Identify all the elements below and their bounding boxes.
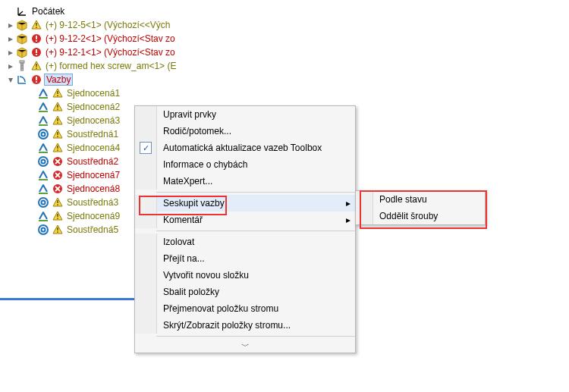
part-icon	[15, 18, 29, 32]
menu-gutter	[135, 234, 157, 250]
menu-item[interactable]: Seskupit vazby▸	[135, 195, 355, 212]
mate-label: Sjednocená2	[64, 102, 120, 112]
checkbox-checked-icon: ✓	[140, 142, 152, 154]
svg-rect-1	[36, 27, 37, 28]
menu-item[interactable]: Sbalit položky	[135, 284, 355, 300]
menu-gutter	[356, 208, 373, 224]
tree-item[interactable]: ▸ (+) 9-12-5<1> (Výchozí<<Vých	[6, 18, 569, 32]
warning-icon	[52, 128, 64, 140]
expand-icon[interactable]: ▸	[6, 61, 15, 71]
svg-point-19	[42, 133, 46, 136]
menu-separator	[156, 192, 355, 193]
concentric-icon	[36, 223, 50, 237]
error-icon	[30, 74, 42, 86]
tree-item[interactable]: ▸ (+) formed hex screw_am<1> (E	[6, 59, 569, 73]
coincident-icon	[36, 86, 50, 100]
warning-icon	[52, 114, 64, 127]
mate-label: Soustředná5	[64, 224, 118, 235]
warning-icon	[52, 196, 64, 209]
menu-item-label: Skrýt/Zobrazit položky stromu...	[157, 320, 355, 331]
svg-rect-31	[57, 200, 58, 203]
menu-item[interactable]: Informace o chybách	[135, 156, 355, 173]
menu-item[interactable]: Vytvořit novou složku	[135, 267, 355, 284]
expand-icon[interactable]: ▸	[6, 34, 15, 43]
mate-label: Sjednocená9	[64, 211, 120, 221]
coincident-icon	[36, 168, 50, 182]
svg-rect-22	[57, 146, 58, 149]
menu-item-label: Přejít na...	[157, 253, 355, 264]
expand-icon[interactable]: ▸	[6, 48, 15, 57]
menu-item-label: MateXpert...	[157, 176, 355, 187]
menu-gutter	[135, 173, 157, 190]
svg-rect-17	[57, 122, 58, 124]
menu-gutter	[135, 284, 157, 300]
mate-label: Sjednocená3	[64, 115, 120, 126]
submenu-item[interactable]: Podle stavu	[356, 191, 485, 208]
warning-icon	[52, 142, 64, 154]
part-icon	[15, 45, 29, 59]
menu-item-label: Sbalit položky	[157, 287, 355, 297]
svg-rect-0	[36, 23, 37, 26]
mate-label: Sjednocená4	[64, 143, 120, 153]
menu-separator	[156, 230, 355, 231]
menu-expand-icon[interactable]: ﹀	[135, 339, 355, 353]
svg-point-29	[39, 198, 48, 207]
svg-rect-32	[57, 204, 58, 205]
svg-rect-34	[57, 218, 58, 219]
coincident-icon	[36, 182, 50, 196]
menu-item[interactable]: Rodič/potomek...	[135, 123, 355, 140]
svg-rect-13	[57, 95, 58, 96]
menu-item[interactable]: Upravit prvky	[135, 106, 355, 123]
svg-rect-33	[57, 214, 58, 217]
menu-item[interactable]: MateXpert...	[135, 173, 355, 190]
menu-item[interactable]: Komentář▸	[135, 212, 355, 228]
menu-gutter	[135, 156, 157, 173]
concentric-icon	[36, 127, 50, 141]
tree-mates[interactable]: ▾ Vazby	[6, 73, 569, 86]
menu-gutter	[356, 191, 373, 208]
concentric-icon	[36, 196, 50, 209]
menu-item-label: Informace o chybách	[157, 159, 355, 170]
svg-point-25	[42, 160, 46, 164]
svg-point-35	[39, 225, 48, 234]
expand-icon[interactable]: ▸	[6, 20, 15, 30]
coincident-icon	[36, 209, 50, 223]
submenu-arrow-icon: ▸	[341, 198, 355, 209]
mate-label: Soustředná2	[64, 156, 118, 167]
tree-item[interactable]: ▸ (+) 9-12-2<1> (Výchozí<Stav zo	[6, 32, 569, 45]
menu-item[interactable]: ✓Automatická aktualizace vazeb Toolbox	[135, 140, 355, 156]
menu-item[interactable]: Přejmenovat položku stromu	[135, 300, 355, 317]
svg-rect-37	[57, 227, 58, 230]
menu-item[interactable]: Skrýt/Zobrazit položky stromu...	[135, 317, 355, 334]
menu-item-label: Komentář	[157, 215, 341, 225]
warning-icon	[52, 87, 64, 99]
svg-rect-15	[57, 108, 58, 110]
warning-icon	[52, 224, 64, 236]
menu-item[interactable]: Izolovat	[135, 234, 355, 250]
svg-point-3	[36, 40, 37, 42]
menu-item-label: Seskupit vazby	[157, 198, 341, 209]
menu-item[interactable]: Přejít na...	[135, 250, 355, 267]
mate-label: Sjednocená7	[64, 170, 120, 180]
svg-rect-9	[36, 67, 37, 69]
svg-point-24	[39, 157, 48, 166]
context-submenu: Podle stavuOddělit šrouby	[355, 190, 486, 225]
tree-item[interactable]: ▸ (+) 9-12-1<1> (Výchozí<Stav zo	[6, 45, 569, 59]
coincident-icon	[36, 141, 50, 155]
tree-origin[interactable]: ▸ Počátek	[6, 5, 569, 18]
tree-label: (+) formed hex screw_am<1> (E	[42, 61, 176, 71]
error-icon	[30, 46, 42, 58]
warning-icon	[30, 60, 42, 72]
warning-icon	[30, 19, 42, 31]
app-root: ▸ Počátek ▸ (+) 9-12-5<1> (Výchozí<<Vých…	[0, 0, 569, 392]
collapse-icon[interactable]: ▾	[6, 75, 15, 84]
svg-rect-20	[57, 132, 58, 135]
warning-icon	[52, 210, 64, 222]
mate-label: Sjednocená8	[64, 183, 120, 194]
menu-item-label: Upravit prvky	[157, 109, 355, 120]
coincident-icon	[36, 100, 50, 114]
submenu-item[interactable]: Oddělit šrouby	[356, 208, 485, 224]
mate-item[interactable]: Sjednocená1	[36, 86, 569, 100]
menu-gutter	[135, 317, 157, 334]
menu-separator	[156, 336, 355, 337]
